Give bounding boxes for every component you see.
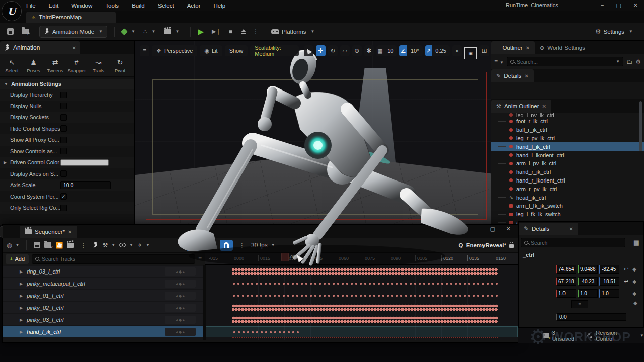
settings-button[interactable]: ⚙ Settings▼: [591, 26, 637, 37]
scale-tool-button[interactable]: ▱: [340, 45, 350, 56]
setting-input[interactable]: [60, 181, 111, 189]
playhead-line[interactable]: [285, 253, 285, 339]
setting-checkbox[interactable]: [60, 125, 67, 132]
editor-mode-select[interactable]: Animation Mode▼: [39, 26, 107, 38]
close-button[interactable]: ✕: [506, 226, 511, 232]
keyframe-row[interactable]: [206, 302, 518, 313]
viewport-options-button[interactable]: ≡: [140, 45, 149, 56]
keyframe-row[interactable]: [206, 314, 518, 325]
move-tool-button[interactable]: ✛: [316, 45, 326, 56]
camera-button[interactable]: 🎦: [55, 242, 63, 249]
cinematics-button[interactable]: ▼: [160, 27, 184, 36]
gear-icon[interactable]: ⚙: [635, 58, 641, 65]
anim-outliner-item[interactable]: hand_r_ik_ctrl: [491, 168, 644, 176]
anim-outliner-item[interactable]: leg_r_pv_ik_ctrl: [491, 134, 644, 143]
setting-checkbox[interactable]: [60, 205, 67, 211]
close-icon[interactable]: ✕: [68, 229, 72, 235]
grid-snap-icon[interactable]: ▦: [376, 45, 384, 56]
play-button[interactable]: ▶: [194, 25, 208, 38]
scrollbar[interactable]: [639, 101, 642, 151]
camera-speed-button[interactable]: »: [452, 45, 462, 56]
revision-control-button[interactable]: Revision Control ▼: [587, 330, 644, 342]
key-navigation[interactable]: ◂ ◆ ▸: [165, 328, 196, 336]
animation-tool-button[interactable]: ↝ Trails: [88, 58, 109, 73]
details-search-input[interactable]: [531, 240, 622, 246]
animation-tool-button[interactable]: ↻ Pivot: [109, 58, 131, 73]
maximize-button[interactable]: ▢: [490, 226, 495, 232]
snap-options-icon[interactable]: ⋮: [237, 242, 247, 249]
add-track-actor-button[interactable]: [92, 242, 98, 249]
minimize-button[interactable]: −: [475, 226, 478, 232]
x-value-field[interactable]: 74.654: [556, 265, 576, 274]
lock-icon[interactable]: [509, 244, 514, 248]
anim-outliner-item[interactable]: leg_l_pv_ik_ctrl: [491, 113, 644, 117]
setting-checkbox[interactable]: [60, 170, 67, 177]
eject-button[interactable]: [236, 27, 251, 37]
play-options-icon[interactable]: ⋮: [251, 28, 261, 35]
edit-mode-button[interactable]: ✎▼: [203, 242, 216, 249]
key-navigation[interactable]: ◂ ◆ ▸: [165, 267, 196, 276]
blueprints-button[interactable]: ∴▼: [139, 26, 160, 37]
maximize-button[interactable]: ▢: [616, 0, 621, 10]
setting-checkbox[interactable]: [60, 137, 67, 143]
surface-snap-button[interactable]: ✱: [364, 45, 374, 56]
color-swatch[interactable]: [60, 159, 109, 166]
menu-item[interactable]: Tools: [105, 3, 119, 9]
view-options-button[interactable]: ▼: [119, 243, 133, 247]
stop-button[interactable]: ■: [225, 26, 236, 37]
view-mode-select[interactable]: ◉Lit: [200, 45, 222, 56]
anim-outliner-item[interactable]: arm_l_pv_ik_ctrl: [491, 159, 644, 168]
tab-details[interactable]: ✎ Details ✕: [491, 69, 534, 82]
setting-checkbox[interactable]: [60, 193, 67, 200]
tab-anim-outliner[interactable]: ⚒ Anim Outliner ✕: [491, 100, 551, 113]
anim-outliner-item[interactable]: arm_r_pv_ik_ctrl: [491, 185, 644, 193]
unreal-logo-icon[interactable]: U: [2, 1, 22, 21]
outliner-search-box[interactable]: ▼: [507, 57, 623, 66]
timeline-ruler[interactable]: -015000000150030004500600075009001050120…: [205, 253, 518, 265]
y-value-field[interactable]: 1.0: [578, 289, 598, 298]
viewport[interactable]: [135, 41, 491, 226]
outliner-search-input[interactable]: [517, 59, 611, 65]
filter-icon[interactable]: ≡▼: [494, 58, 504, 65]
display-filter-icon[interactable]: ▦: [633, 239, 639, 246]
tab-animation[interactable]: Animation ✕: [0, 41, 80, 54]
key-navigation[interactable]: ◂ ◆ ▸: [165, 292, 196, 300]
reset-icon[interactable]: ↩: [624, 266, 628, 273]
viewport-capture-icon[interactable]: ▣: [464, 47, 477, 59]
show-menu-button[interactable]: Show: [225, 45, 248, 56]
keyframe-row[interactable]: [206, 266, 518, 277]
auto-key-button[interactable]: [186, 240, 199, 251]
animation-tool-button[interactable]: ↖ Select: [1, 58, 23, 73]
track-row[interactable]: ▶pinky_02_l_ctrl◂ ◆ ▸: [3, 302, 203, 313]
more-options-icon[interactable]: ⋮: [78, 242, 88, 249]
animation-settings-header[interactable]: ▼ Animation Settings: [0, 79, 134, 89]
frame-skip-button[interactable]: ▶❘: [208, 26, 225, 37]
z-value-field[interactable]: 1.0: [599, 289, 619, 298]
keyframe-diamond-icon[interactable]: ◆: [632, 279, 636, 284]
reset-icon[interactable]: ↩: [624, 278, 628, 285]
animation-tool-button[interactable]: # Snapper: [66, 58, 88, 73]
content-browser-button[interactable]: [18, 27, 33, 36]
y-value-field[interactable]: -40.23: [578, 277, 598, 286]
track-row[interactable]: ▶pinky_metacarpal_l_ctrl◂ ◆ ▸: [3, 278, 203, 289]
add-actor-button[interactable]: ▼: [118, 27, 139, 36]
perspective-select[interactable]: ❖Perspective: [152, 45, 197, 56]
tab-sequencer[interactable]: Sequencer* ✕: [20, 226, 77, 238]
rotate-tool-button[interactable]: ↻: [328, 45, 338, 56]
create-key-button[interactable]: [34, 242, 40, 248]
platforms-button[interactable]: Platforms▼: [267, 27, 319, 37]
close-icon[interactable]: ✕: [526, 45, 530, 51]
keyframe-diamond-icon[interactable]: ◆: [632, 291, 636, 296]
anim-outliner-item[interactable]: foot_r_ik_ctrl: [491, 117, 644, 126]
track-row[interactable]: ▶hand_l_ik_ctrl◂ ◆ ▸: [3, 326, 203, 337]
tab-thirdpersonmap[interactable]: ⚠ ThirdPersonMap: [26, 12, 116, 23]
snap-toggle-button[interactable]: [220, 240, 233, 251]
minimize-button[interactable]: −: [601, 0, 604, 10]
scale-snap-icon[interactable]: ↗: [425, 45, 432, 56]
anim-outliner-item[interactable]: hand_l_ik_ctrl: [491, 142, 644, 151]
keyframe-row[interactable]: [206, 326, 518, 337]
extra-value-field[interactable]: 0.0: [556, 313, 626, 321]
angle-snap-value[interactable]: 10°: [407, 45, 423, 56]
anim-outliner-item[interactable]: hand_r_ikorient_ctrl: [491, 176, 644, 185]
anim-outliner-item[interactable]: ball_r_ik_ctrl: [491, 126, 644, 134]
